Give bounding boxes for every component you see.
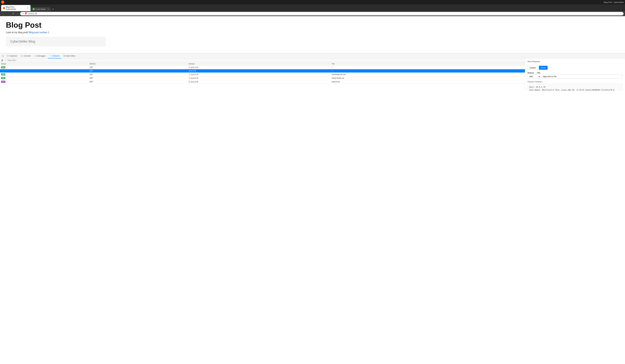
firefox-logo-icon bbox=[1, 0, 4, 4]
security-mini-icon: 🚫 bbox=[188, 81, 190, 83]
page-content: Blog Post Look at my blog post! Blog pos… bbox=[0, 16, 625, 53]
inspector-tab-label: Inspector bbox=[9, 55, 17, 57]
network-tab-label: Network bbox=[52, 55, 60, 57]
network-panel-content: 🗑 ▽ Status Method Domain File 200GE bbox=[0, 59, 625, 91]
domain-cell: 10.0.5.79 bbox=[188, 69, 331, 73]
brand-text: CyberSkiller Blog bbox=[10, 40, 35, 43]
file-cell: / bbox=[331, 69, 525, 73]
method-url-labels: Method URL bbox=[528, 72, 623, 74]
console-icon: ▷ bbox=[21, 55, 23, 57]
status-badge: 200 bbox=[1, 77, 5, 79]
domain-icon: 🚫10.0.5.79 bbox=[188, 74, 198, 76]
page-title: Blog Post bbox=[6, 21, 619, 29]
network-requests-table: Status Method Domain File 200GET🚫10.0.5.… bbox=[0, 62, 525, 84]
tab-network[interactable]: ↑↓ Network bbox=[48, 53, 61, 59]
tab-style-editor[interactable]: {} Style Editor bbox=[62, 53, 77, 59]
network-request-list: 🗑 ▽ Status Method Domain File 200GE bbox=[0, 59, 525, 91]
new-tab-button[interactable]: + bbox=[51, 7, 55, 11]
col-header-domain: Domain bbox=[188, 62, 331, 66]
request-action-buttons: Cancel Send bbox=[528, 66, 623, 70]
col-header-method: Method bbox=[88, 62, 188, 66]
nav-reload-button[interactable]: ↺ bbox=[11, 12, 15, 15]
page-subtitle: Look at my blog post! Blog post number 1 bbox=[6, 31, 619, 34]
style-editor-tab-label: Style Editor bbox=[66, 55, 75, 57]
nav-back-button[interactable]: ← bbox=[1, 12, 5, 15]
browser-chrome: Blog Post · CyberSkiller Blog Post · Cyb… bbox=[0, 0, 625, 16]
send-button[interactable]: Send bbox=[539, 66, 547, 70]
table-row[interactable]: GET10.0.5.79/ bbox=[0, 69, 525, 73]
status-badge: 200 bbox=[1, 73, 5, 75]
security-mini-icon: 🚫 bbox=[188, 74, 190, 75]
security-warning-icon: 🚫 bbox=[25, 12, 28, 15]
status-badge: 200 bbox=[1, 66, 5, 68]
address-text: 10.0.5.79 bbox=[28, 12, 37, 15]
devtools-tab-bar: ⬡ ☐ Inspector ▷ Console ◁ Debugger ↑↓ Ne… bbox=[0, 53, 625, 59]
tab-bar: Blog Post · CyberSkiller ✕ S CyberSkille… bbox=[0, 4, 625, 11]
domain-icon: 🚫10.0.5.79 bbox=[188, 81, 198, 83]
domain-cell: 🚫10.0.5.79 bbox=[188, 76, 331, 80]
tab-favicon-s-icon: S bbox=[32, 8, 35, 10]
file-cell: / bbox=[331, 66, 525, 69]
nav-home-button[interactable]: ⌂ bbox=[16, 12, 19, 15]
nav-forward-button[interactable]: → bbox=[6, 12, 10, 15]
cancel-button[interactable]: Cancel bbox=[528, 66, 538, 70]
col-header-status: Status bbox=[0, 62, 88, 66]
tab-debugger[interactable]: ◁ Debugger bbox=[33, 53, 47, 59]
url-input[interactable] bbox=[542, 75, 623, 79]
file-cell: bootstrap.min.css bbox=[331, 73, 525, 76]
table-row[interactable]: 200GET🚫10.0.5.79bootstrap.min.css bbox=[0, 73, 525, 76]
address-bar[interactable]: 🛡 🚫 10.0.5.79 bbox=[20, 12, 624, 15]
method-cell: GET bbox=[88, 73, 188, 76]
table-row[interactable]: 200GET🚫10.0.5.79/ bbox=[0, 66, 525, 69]
devtools-panel: ⬡ ☐ Inspector ▷ Console ◁ Debugger ↑↓ Ne… bbox=[0, 53, 625, 91]
blog-post-link[interactable]: Blog post number 1 bbox=[29, 31, 49, 34]
method-cell: GET bbox=[88, 76, 188, 80]
method-cell: GET bbox=[88, 80, 188, 84]
title-bar-text: Blog Post · CyberSkiller bbox=[604, 1, 624, 3]
request-detail-panel: New Request Cancel Send Method URL GET P… bbox=[525, 59, 625, 91]
element-picker-icon[interactable]: ⬡ bbox=[1, 54, 4, 58]
main-content-area: Blog Post Look at my blog post! Blog pos… bbox=[0, 16, 625, 53]
tab-inspector[interactable]: ☐ Inspector bbox=[5, 53, 19, 59]
tab-favicon-firefox-icon bbox=[3, 7, 5, 9]
domain-icon: 🚫10.0.5.79 bbox=[188, 66, 198, 68]
inspector-icon: ☐ bbox=[7, 55, 9, 57]
domain-icon: 🚫10.0.5.79 bbox=[188, 77, 198, 79]
method-url-row: GET POST PUT DELETE bbox=[528, 75, 623, 79]
tab-cyberskiller[interactable]: S CyberSkiller ✕ bbox=[31, 7, 51, 11]
browser-content: Blog Post Look at my blog post! Blog pos… bbox=[0, 16, 625, 91]
tab-label-cyberskiller: CyberSkiller bbox=[35, 8, 46, 10]
method-label: Method bbox=[528, 72, 534, 74]
tab-close-icon[interactable]: ✕ bbox=[27, 7, 29, 9]
clear-requests-button[interactable]: 🗑 bbox=[1, 59, 3, 61]
request-headers-box: Host: 10.0.5.79 User-Agent: Mozilla/5.0 … bbox=[528, 84, 623, 91]
method-cell: GET bbox=[88, 66, 188, 69]
security-mini-icon: 🚫 bbox=[188, 67, 190, 68]
domain-cell: 🚫10.0.5.79 bbox=[188, 73, 331, 76]
console-tab-label: Console bbox=[24, 55, 31, 57]
domain-cell: 🚫10.0.5.79 bbox=[188, 80, 331, 84]
table-row[interactable]: 404GET🚫10.0.5.79favicon.ico bbox=[0, 80, 525, 84]
nav-bar: ← → ↺ ⌂ 🛡 🚫 10.0.5.79 bbox=[0, 11, 625, 16]
shield-icon: 🛡 bbox=[22, 12, 24, 15]
network-icon: ↑↓ bbox=[50, 55, 52, 57]
filter-icon: ▽ bbox=[5, 59, 6, 61]
method-select[interactable]: GET POST PUT DELETE bbox=[528, 75, 541, 79]
method-cell: GET bbox=[88, 69, 188, 73]
tab-close-cyberskiller-icon[interactable]: ✕ bbox=[47, 8, 49, 10]
brand-box: CyberSkiller Blog bbox=[6, 37, 106, 46]
col-header-file: File bbox=[331, 62, 525, 66]
tab-blog-post[interactable]: Blog Post · CyberSkiller ✕ bbox=[1, 5, 31, 11]
tab-label-blog: Blog Post · CyberSkiller bbox=[6, 6, 26, 10]
request-headers-title: Request Headers bbox=[528, 81, 623, 83]
debugger-tab-label: Debugger bbox=[37, 55, 46, 57]
file-cell: sticky-footer.css bbox=[331, 76, 525, 80]
url-label: URL bbox=[537, 72, 541, 74]
status-badge: 404 bbox=[1, 81, 5, 83]
security-mini-icon: 🚫 bbox=[188, 77, 190, 79]
debugger-icon: ◁ bbox=[35, 55, 36, 57]
table-row[interactable]: 200GET🚫10.0.5.79sticky-footer.css bbox=[0, 76, 525, 80]
new-request-title: New Request bbox=[528, 60, 623, 64]
filter-urls-input[interactable] bbox=[7, 59, 30, 61]
tab-console[interactable]: ▷ Console bbox=[20, 53, 32, 59]
